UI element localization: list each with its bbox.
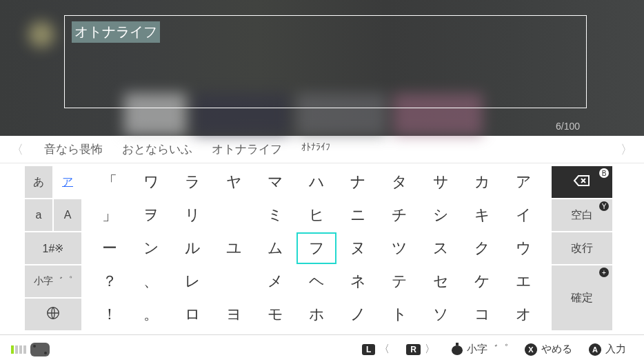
- key[interactable]: ク: [462, 232, 502, 264]
- key[interactable]: カ: [462, 166, 502, 198]
- mode-language[interactable]: [25, 299, 81, 330]
- controller-status: [11, 343, 50, 356]
- hint-r: R 〉: [406, 343, 435, 356]
- footer-bar: L 〈 R 〉 小字゛゜ X やめる A 入力: [0, 334, 644, 362]
- key[interactable]: ー: [90, 232, 130, 264]
- key[interactable]: キ: [462, 199, 502, 231]
- key[interactable]: サ: [421, 166, 461, 198]
- hint-stick: 小字゛゜: [452, 343, 508, 356]
- entered-text: オトナライフ: [72, 21, 160, 43]
- key[interactable]: ！: [90, 299, 130, 330]
- key[interactable]: ト: [379, 299, 419, 330]
- key[interactable]: ソ: [421, 299, 461, 330]
- key[interactable]: ン: [131, 232, 171, 264]
- hint-l: L 〈: [362, 343, 390, 356]
- key[interactable]: メ: [255, 265, 295, 297]
- key[interactable]: ロ: [172, 299, 212, 330]
- key[interactable]: レ: [172, 265, 212, 297]
- key[interactable]: 」: [90, 199, 130, 231]
- key[interactable]: チ: [379, 199, 419, 231]
- text-input-box[interactable]: オトナライフ: [64, 15, 587, 108]
- key[interactable]: ケ: [462, 265, 502, 297]
- mode-uppercase[interactable]: A: [54, 199, 81, 231]
- key[interactable]: ニ: [338, 199, 378, 231]
- key[interactable]: マ: [255, 166, 295, 198]
- badge-plus: +: [599, 268, 609, 277]
- key[interactable]: ラ: [172, 166, 212, 198]
- badge-b: B: [599, 168, 609, 178]
- mode-katakana[interactable]: ア: [54, 166, 81, 198]
- newline-button[interactable]: 改行: [552, 232, 612, 264]
- globe-icon: [46, 305, 61, 323]
- suggestion-item[interactable]: ｵﾄﾅﾗｲﾌ: [301, 141, 330, 157]
- key[interactable]: シ: [421, 199, 461, 231]
- key[interactable]: ホ: [296, 299, 336, 330]
- backspace-button[interactable]: B: [552, 166, 612, 198]
- key[interactable]: ？: [90, 265, 130, 297]
- suggestion-list: 音なら畏怖 おとならいふ オトナライフ ｵﾄﾅﾗｲﾌ: [34, 141, 610, 157]
- key[interactable]: オ: [503, 299, 543, 330]
- key[interactable]: ヌ: [338, 232, 378, 264]
- key[interactable]: エ: [503, 265, 543, 297]
- key[interactable]: ヒ: [296, 199, 336, 231]
- keyboard: あ ア 「 ワ ラ ヤ マ ハ ナ タ サ カ ア B a A 」 ヲ リ ミ …: [0, 163, 644, 334]
- key[interactable]: モ: [255, 299, 295, 330]
- key[interactable]: ハ: [296, 166, 336, 198]
- key[interactable]: セ: [421, 265, 461, 297]
- key[interactable]: ミ: [255, 199, 295, 231]
- key[interactable]: ユ: [214, 232, 254, 264]
- mode-hiragana[interactable]: あ: [25, 166, 52, 198]
- stick-press-icon: [452, 344, 463, 355]
- confirm-button[interactable]: 確定 +: [552, 265, 612, 330]
- key[interactable]: イ: [503, 199, 543, 231]
- key[interactable]: ヤ: [214, 166, 254, 198]
- mode-small-chars[interactable]: 小字゛゜: [25, 265, 81, 297]
- key[interactable]: テ: [379, 265, 419, 297]
- suggestion-item[interactable]: オトナライフ: [212, 141, 282, 157]
- joycon-icon: [30, 343, 50, 356]
- key[interactable]: リ: [172, 199, 212, 231]
- key[interactable]: ネ: [338, 265, 378, 297]
- l-button-icon: L: [362, 344, 375, 355]
- key[interactable]: ワ: [131, 166, 171, 198]
- suggestion-item[interactable]: 音なら畏怖: [44, 141, 103, 157]
- hint-cancel: X やめる: [525, 343, 572, 356]
- key[interactable]: ヘ: [296, 265, 336, 297]
- a-button-icon: A: [589, 343, 601, 356]
- key[interactable]: [214, 199, 254, 231]
- input-area: オトナライフ 6/100: [0, 0, 644, 136]
- suggestion-next-icon[interactable]: 〉: [616, 141, 637, 158]
- key[interactable]: [214, 265, 254, 297]
- suggestion-bar: 〈 音なら畏怖 おとならいふ オトナライフ ｵﾄﾅﾗｲﾌ 〉: [0, 136, 644, 163]
- key[interactable]: ツ: [379, 232, 419, 264]
- key[interactable]: コ: [462, 299, 502, 330]
- key[interactable]: タ: [379, 166, 419, 198]
- key[interactable]: 。: [131, 299, 171, 330]
- key[interactable]: 「: [90, 166, 130, 198]
- key[interactable]: ル: [172, 232, 212, 264]
- key[interactable]: ア: [503, 166, 543, 198]
- key-selected[interactable]: フ: [296, 232, 336, 264]
- mode-lowercase[interactable]: a: [25, 199, 52, 231]
- badge-y: Y: [599, 201, 609, 211]
- key[interactable]: ナ: [338, 166, 378, 198]
- backspace-icon: [573, 174, 591, 190]
- hint-input: A 入力: [589, 343, 626, 356]
- key[interactable]: ム: [255, 232, 295, 264]
- key[interactable]: ヲ: [131, 199, 171, 231]
- key[interactable]: ウ: [503, 232, 543, 264]
- space-button[interactable]: 空白 Y: [552, 199, 612, 231]
- suggestion-item[interactable]: おとならいふ: [122, 141, 192, 157]
- key[interactable]: ノ: [338, 299, 378, 330]
- key[interactable]: ス: [421, 232, 461, 264]
- key[interactable]: ヨ: [214, 299, 254, 330]
- suggestion-prev-icon[interactable]: 〈: [7, 141, 28, 158]
- x-button-icon: X: [525, 343, 537, 356]
- char-counter: 6/100: [556, 121, 580, 132]
- key[interactable]: 、: [131, 265, 171, 297]
- r-button-icon: R: [406, 344, 421, 355]
- mode-symbols[interactable]: 1#※: [25, 232, 81, 264]
